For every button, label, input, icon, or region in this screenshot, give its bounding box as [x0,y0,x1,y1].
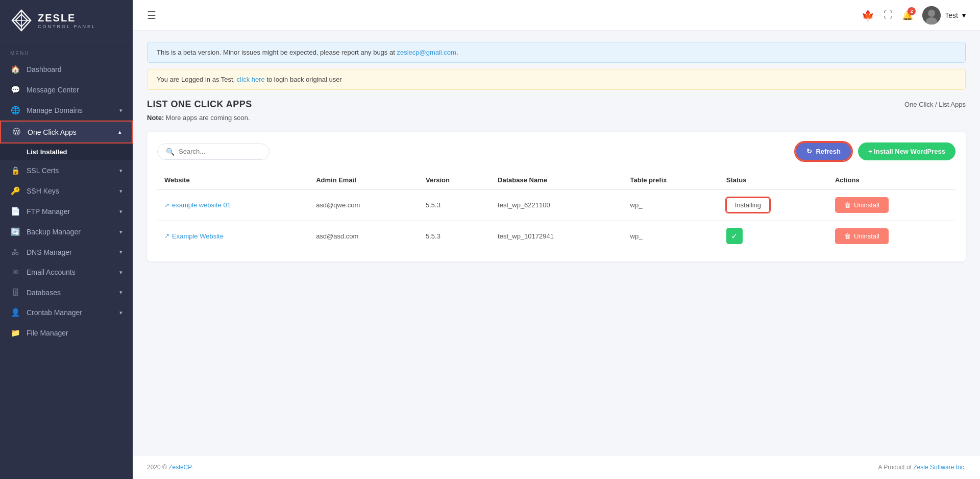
website-link-0[interactable]: ↗ example website 01 [164,201,302,209]
breadcrumb: One Click / List Apps [904,101,966,108]
trash-icon: 🗑 [844,232,851,240]
table-prefix-0: wp_ [623,189,719,221]
email-icon: ✉ [10,268,20,277]
beta-email-link[interactable]: zeslecp@gmail.com [397,49,456,56]
warning-banner: You are Logged in as Test, click here to… [147,69,966,90]
install-wordpress-button[interactable]: + Install New WordPress [858,142,955,160]
version-0: 5.5.3 [419,189,491,221]
apps-table: Website Admin Email Version Database Nam… [157,171,955,251]
warning-text: You are Logged in as Test, [157,76,237,83]
col-database-name: Database Name [491,171,623,189]
sidebar-label-dashboard: Dashboard [27,65,62,74]
sidebar-subitem-list-installed[interactable]: List Installed [0,143,133,160]
topbar: ☰ 🍁 ⛶ 🔔 2 Test ▾ [133,0,980,31]
table-head: Website Admin Email Version Database Nam… [157,171,955,189]
ftp-icon: 📄 [10,207,20,216]
sidebar-item-ftp-manager[interactable]: 📄 FTP Manager ▾ [0,201,133,222]
table-prefix-1: wp_ [623,221,719,252]
user-chevron-icon: ▾ [962,11,966,19]
sidebar-label-ssl-certs: SSL Certs [27,166,59,175]
sidebar-item-email-accounts[interactable]: ✉ Email Accounts ▾ [0,262,133,282]
breadcrumb-part1: One Click / [904,101,937,108]
sidebar-item-backup-manager[interactable]: 🔄 Backup Manager ▾ [0,222,133,242]
footer-brand-link[interactable]: ZesleCP. [168,464,193,471]
sidebar-item-ssl-certs[interactable]: 🔒 SSL Certs ▾ [0,160,133,181]
ssl-icon: 🔒 [10,166,20,175]
user-menu[interactable]: Test ▾ [922,6,966,25]
sidebar-label-file-manager: File Manager [27,329,68,337]
sidebar-label-ssh-keys: SSH Keys [27,187,59,195]
user-name: Test [945,11,958,19]
sidebar-item-message-center[interactable]: 💬 Message Center [0,80,133,100]
chevron-down-icon-email: ▾ [119,269,122,276]
table-row: ↗ Example Websiteasd@asd.com5.5.3test_wp… [157,221,955,252]
refresh-button[interactable]: ↻ Refresh [795,142,851,161]
sidebar-label-message-center: Message Center [27,86,79,94]
sidebar-label-dns-manager: DNS Manager [27,248,72,256]
toolbar-buttons: ↻ Refresh + Install New WordPress [795,142,955,161]
databases-icon: 🗄 [10,288,20,297]
footer-product-text: A Product of [878,464,914,471]
logo-title: ZESLE [38,12,96,24]
website-link-1[interactable]: ↗ Example Website [164,232,302,240]
sidebar-logo: ZESLE CONTROL PANEL [0,0,133,41]
page-title: LIST ONE CLICK APPS [147,99,252,110]
admin-email-1: asd@asd.com [309,221,419,252]
footer: 2020 © ZesleCP. A Product of Zesle Softw… [133,455,980,479]
hamburger-button[interactable]: ☰ [147,9,156,21]
search-box[interactable]: 🔍 [157,143,270,160]
chevron-down-icon-dns: ▾ [119,249,122,255]
search-input[interactable] [179,148,261,155]
footer-product-link[interactable]: Zesle Software Inc. [913,464,966,471]
actions-cell-0: 🗑 Uninstall [828,189,955,221]
sidebar-item-ssh-keys[interactable]: 🔑 SSH Keys ▾ [0,181,133,201]
logo-subtitle: CONTROL PANEL [38,24,96,29]
sidebar-item-one-click-apps[interactable]: Ⓦ One Click Apps ▴ [0,121,133,143]
col-actions: Actions [828,171,955,189]
actions-cell-1: 🗑 Uninstall [828,221,955,252]
menu-label: MENU [0,41,133,59]
table-container: 🔍 ↻ Refresh + Install New WordPress [147,132,966,261]
sidebar-label-list-installed: List Installed [27,148,67,156]
chevron-down-icon-ssh: ▾ [119,188,122,195]
logo-icon [10,9,33,32]
crontab-icon: 👤 [10,308,20,317]
notification-badge: 2 [908,7,916,15]
notification-bell-icon[interactable]: 🔔 2 [902,10,913,21]
chevron-down-icon-db: ▾ [119,289,122,296]
warning-click-here-link[interactable]: click here [237,76,265,83]
col-table-prefix: Table prefix [623,171,719,189]
dns-icon: 🖧 [10,248,20,256]
chevron-up-icon: ▴ [118,129,121,135]
status-cell-0: Installing [719,189,828,221]
note-text: Note: More apps are coming soon. [147,114,966,122]
external-link-icon: ↗ [164,232,169,240]
chevron-down-icon: ▾ [119,107,122,114]
sidebar-label-one-click-apps: One Click Apps [28,128,77,136]
sidebar-item-dashboard[interactable]: 🏠 Dashboard [0,59,133,80]
sidebar-label-manage-domains: Manage Domains [27,106,83,114]
table-body: ↗ example website 01asd@qwe.com5.5.3test… [157,189,955,251]
sidebar-item-manage-domains[interactable]: 🌐 Manage Domains ▾ [0,100,133,121]
sidebar-label-ftp-manager: FTP Manager [27,207,70,215]
chevron-down-icon-backup: ▾ [119,229,122,235]
col-admin-email: Admin Email [309,171,419,189]
maple-leaf-icon: 🍁 [862,9,874,21]
backup-icon: 🔄 [10,227,20,236]
footer-copyright: 2020 © ZesleCP. [147,464,193,471]
beta-banner-text: This is a beta version. Minor issues mig… [157,49,397,56]
col-version: Version [419,171,491,189]
chevron-down-icon-ftp: ▾ [119,208,122,215]
sidebar-item-file-manager[interactable]: 📁 File Manager [0,323,133,343]
search-icon: 🔍 [166,148,175,156]
sidebar-item-dns-manager[interactable]: 🖧 DNS Manager ▾ [0,242,133,262]
ssh-icon: 🔑 [10,186,20,196]
sidebar-item-crontab-manager[interactable]: 👤 Crontab Manager ▾ [0,302,133,323]
status-badge-installing: Installing [726,198,770,212]
uninstall-button-0[interactable]: 🗑 Uninstall [835,197,889,213]
sidebar-label-crontab-manager: Crontab Manager [27,308,82,317]
sidebar-item-databases[interactable]: 🗄 Databases ▾ [0,282,133,302]
uninstall-button-1[interactable]: 🗑 Uninstall [835,228,889,244]
expand-icon[interactable]: ⛶ [884,10,893,20]
note-body: More apps are coming soon. [166,114,250,122]
